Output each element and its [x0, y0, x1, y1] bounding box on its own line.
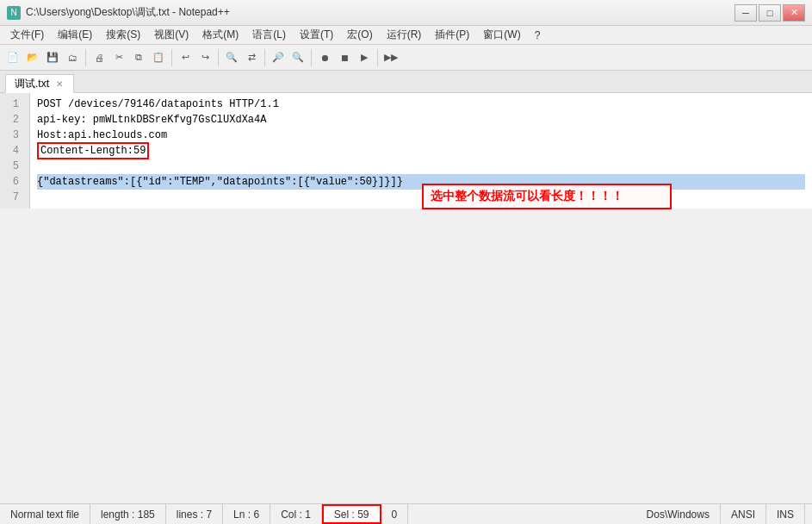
line-num-3: 3	[0, 128, 24, 143]
line-numbers: 1 2 3 4 5 6 7	[0, 93, 30, 209]
toolbar: 📄 📂 💾 🗂 🖨 ✂ ⧉ 📋 ↩ ↪ 🔍 ⇄ 🔎 🔍 ⏺ ⏹ ▶ ▶▶	[0, 45, 812, 71]
menu-bar: 文件(F) 编辑(E) 搜索(S) 视图(V) 格式(M) 语言(L) 设置(T…	[0, 26, 812, 45]
menu-settings[interactable]: 设置(T)	[293, 26, 340, 45]
zoom-in-button[interactable]: 🔎	[269, 48, 288, 67]
title-bar-title: C:\Users\yong\Desktop\调试.txt - Notepad++	[26, 5, 230, 20]
tab-close-icon[interactable]: ✕	[54, 79, 65, 89]
code-line-1: POST /devices/79146/datapoints HTTP/1.1	[37, 97, 805, 112]
new-button[interactable]: 📄	[3, 48, 22, 67]
macro-record-button[interactable]: ⏺	[315, 48, 334, 67]
menu-language[interactable]: 语言(L)	[245, 26, 293, 45]
status-sel: Sel : 59	[322, 504, 381, 524]
paste-button[interactable]: 📋	[149, 48, 168, 67]
close-button[interactable]: ✕	[783, 4, 805, 22]
status-ln: Ln : 6	[223, 504, 270, 524]
line-num-1: 1	[0, 97, 24, 112]
line-num-4: 4	[0, 143, 24, 159]
line-num-7: 7	[0, 190, 24, 205]
toolbar-sep-5	[311, 49, 312, 66]
toolbar-sep-2	[171, 49, 172, 66]
editor-wrapper: 1 2 3 4 5 6 7 POST /devices/79146/datapo…	[0, 93, 812, 209]
toolbar-sep-6	[377, 49, 378, 66]
app-icon: N	[7, 6, 21, 20]
menu-edit[interactable]: 编辑(E)	[51, 26, 99, 45]
minimize-button[interactable]: ─	[735, 4, 757, 22]
editor-area[interactable]: 1 2 3 4 5 6 7 POST /devices/79146/datapo…	[0, 93, 812, 209]
code-line-2: api-key: pmWLtnkDBSreKfvg7GsClUXdXa4A	[37, 112, 805, 128]
menu-view[interactable]: 视图(V)	[147, 26, 195, 45]
cut-button[interactable]: ✂	[109, 48, 128, 67]
maximize-button[interactable]: □	[759, 4, 781, 22]
menu-run[interactable]: 运行(R)	[380, 26, 429, 45]
menu-help[interactable]: ?	[528, 26, 548, 45]
toolbar-sep-3	[218, 49, 219, 66]
menu-window[interactable]: 窗口(W)	[476, 26, 527, 45]
code-line-4: Content-Length:59	[37, 143, 805, 159]
undo-button[interactable]: ↩	[176, 48, 195, 67]
tab-label: 调试.txt	[15, 77, 49, 91]
annotation-box: 选中整个数据流可以看长度！！！！	[422, 184, 672, 209]
code-line-3: Host:api.heclouds.com	[37, 128, 805, 143]
status-filetype: Normal text file	[7, 504, 90, 524]
save-all-button[interactable]: 🗂	[63, 48, 82, 67]
menu-plugins[interactable]: 插件(P)	[428, 26, 476, 45]
menu-macro[interactable]: 宏(O)	[340, 26, 379, 45]
menu-search[interactable]: 搜索(S)	[99, 26, 147, 45]
macro-stop-button[interactable]: ⏹	[335, 48, 354, 67]
save-button[interactable]: 💾	[43, 48, 62, 67]
content-length-highlight: Content-Length:59	[37, 142, 149, 159]
tab-bar: 调试.txt ✕	[0, 71, 812, 93]
code-line-7	[37, 190, 805, 205]
replace-button[interactable]: ⇄	[242, 48, 261, 67]
copy-button[interactable]: ⧉	[129, 48, 148, 67]
print-button[interactable]: 🖨	[90, 48, 108, 67]
status-length: length : 185	[90, 504, 166, 524]
status-extra: 0	[381, 504, 409, 524]
redo-button[interactable]: ↪	[195, 48, 214, 67]
status-mode: INS	[766, 504, 805, 524]
toolbar-sep-1	[85, 49, 86, 66]
status-encoding: Dos\Windows	[636, 504, 721, 524]
menu-format[interactable]: 格式(M)	[195, 26, 245, 45]
tab-debugtxt[interactable]: 调试.txt ✕	[5, 74, 74, 93]
line-num-2: 2	[0, 112, 24, 128]
annotation-text: 选中整个数据流可以看长度！！！！	[431, 189, 623, 203]
run-button[interactable]: ▶▶	[381, 48, 400, 67]
title-bar: N C:\Users\yong\Desktop\调试.txt - Notepad…	[0, 0, 812, 26]
status-charset: ANSI	[721, 504, 766, 524]
menu-file[interactable]: 文件(F)	[3, 26, 51, 45]
line-num-6: 6	[0, 174, 24, 190]
status-bar: Normal text file length : 185 lines : 7 …	[0, 503, 812, 524]
code-content[interactable]: POST /devices/79146/datapoints HTTP/1.1 …	[30, 93, 812, 209]
line-num-5: 5	[0, 159, 24, 174]
code-line-6: {"datastreams":[{"id":"TEMP","datapoints…	[37, 174, 805, 190]
status-col: Col : 1	[270, 504, 322, 524]
find-button[interactable]: 🔍	[222, 48, 241, 67]
code-line-5	[37, 159, 805, 174]
status-lines: lines : 7	[166, 504, 223, 524]
macro-play-button[interactable]: ▶	[355, 48, 374, 67]
open-button[interactable]: 📂	[23, 48, 42, 67]
zoom-out-button[interactable]: 🔍	[288, 48, 307, 67]
toolbar-sep-4	[264, 49, 265, 66]
